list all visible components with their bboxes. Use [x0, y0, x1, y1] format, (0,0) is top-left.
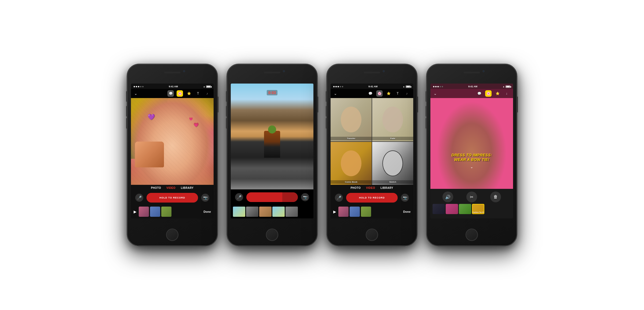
phone-2-home-button[interactable] — [266, 229, 278, 241]
library-mode-tab[interactable]: LIBRARY — [181, 186, 194, 189]
speech-bubble-icon-4[interactable]: 💬 — [476, 90, 482, 97]
phone-1-mode-tabs: PHOTO VIDEO LIBRARY — [131, 185, 214, 190]
play-button[interactable]: ▶ — [134, 210, 137, 214]
filmstrip-3-thumb-1[interactable] — [338, 207, 349, 217]
download-icon[interactable]: ↓ — [503, 90, 510, 97]
effect-comic-label: Comic Book — [331, 180, 372, 184]
status-right: ▲ — [203, 85, 211, 88]
text-overlay-area: DRESS TO IMPRESS: WEAR A BOW TIE! — [430, 151, 513, 164]
toolbar-icons: 💬 🌸 ⭐ T ♪ — [167, 90, 210, 97]
sticker-icon-4[interactable]: 🌸 — [485, 90, 492, 97]
microphone-button-3[interactable]: 🎤 — [335, 194, 343, 202]
phone-2-video-preview: 0:03 — [231, 84, 313, 189]
chevron-down-icon-4[interactable]: ⌄ — [434, 91, 437, 96]
filmstrip-4-thumb-3[interactable] — [459, 204, 471, 214]
effect-comic[interactable]: Comic Book — [331, 142, 372, 185]
phone-1-camera — [183, 70, 185, 72]
phone-4-content: 9:41 AM ▲ ⌄ 💬 🌸 ⭐ ↓ — [430, 84, 513, 218]
scissors-button[interactable]: ✂ — [466, 192, 477, 202]
video-mode-tab-3[interactable]: VIDEO — [366, 186, 375, 189]
filmstrip-thumb-1[interactable] — [139, 207, 149, 217]
filmstrip-2-thumb-3[interactable] — [259, 207, 272, 217]
filmstrip-thumb-3[interactable] — [161, 207, 171, 217]
trash-button[interactable]: 🗑 — [490, 192, 501, 202]
done-button-3[interactable]: Done — [403, 210, 411, 213]
phone-4-bottom-controls: 🔊 ✂ 🗑 Fashion Tip #2 — [430, 189, 513, 218]
effect-transfer[interactable]: Transfer — [331, 98, 372, 141]
phone-2: 0:03 🎤 📷 — [226, 64, 318, 246]
star-icon-3[interactable]: ⭐ — [385, 90, 392, 97]
effects-grid: Transfer Fade Comic Book Sketch — [331, 98, 413, 185]
speech-bubble-icon[interactable]: 💬 — [167, 90, 174, 97]
phone-2-filmstrip — [231, 205, 313, 218]
phone-1-toolbar: ⌄ 💬 🌸 ⭐ T ♪ — [131, 89, 214, 98]
heart-small-emoji: 💗 — [189, 117, 193, 121]
phone-3-shell: 9:41 AM ▲ ⌄ 💬 🌸 ⭐ T — [326, 64, 418, 246]
phone-1-shell: 9:41 AM ▲ ⌄ 💬 🌸 ⭐ T — [127, 64, 218, 246]
filmstrip-3-thumb-2[interactable] — [350, 207, 360, 217]
phones-container: 9:41 AM ▲ ⌄ 💬 🌸 ⭐ T — [116, 53, 528, 257]
phone-2-camera — [283, 70, 285, 72]
done-button[interactable]: Done — [204, 210, 211, 213]
battery-icon-3 — [406, 85, 411, 88]
text-icon-3[interactable]: T — [394, 90, 401, 97]
effect-fade[interactable]: Fade — [372, 98, 413, 141]
microphone-button[interactable]: 🎤 — [135, 194, 143, 202]
speech-bubble-icon-3[interactable]: 💬 — [367, 90, 374, 97]
filmstrip-2-thumb-4[interactable] — [272, 207, 285, 217]
phone-1-screen: 9:41 AM ▲ ⌄ 💬 🌸 ⭐ T — [131, 84, 214, 218]
music-icon-3[interactable]: ♪ — [404, 90, 410, 97]
signal-dot-4-1 — [433, 86, 434, 87]
chevron-down-icon-3[interactable]: ⌄ — [334, 91, 337, 96]
expand-chevron-icon[interactable]: ⌄ — [470, 165, 473, 169]
phone-3-screen: 9:41 AM ▲ ⌄ 💬 🌸 ⭐ T — [331, 84, 413, 218]
filmstrip-3-thumb-3[interactable] — [361, 207, 371, 217]
phone-1-camera-preview: 💜 💗 💗 — [131, 98, 214, 185]
filmstrip-2-thumb-5[interactable] — [286, 207, 298, 217]
volume-button[interactable]: 🔊 — [442, 192, 453, 202]
filmstrip-4-thumb-1[interactable] — [433, 204, 445, 214]
phone-2-shell: 0:03 🎤 📷 — [226, 64, 318, 246]
phone-4-filmstrip: Fashion Tip #2 — [430, 204, 513, 216]
chevron-down-icon[interactable]: ⌄ — [134, 91, 137, 96]
phone-1-time: 9:41 AM — [144, 85, 203, 88]
signal-dot-3 — [138, 86, 139, 87]
signal-dot-3-4 — [340, 86, 341, 87]
hold-to-record-button-3[interactable]: HOLD TO RECORD — [346, 193, 398, 203]
phone-3-home-button[interactable] — [366, 229, 378, 241]
star-icon[interactable]: ⭐ — [186, 90, 192, 97]
signal-dot-4-3 — [437, 86, 439, 87]
filmstrip-thumb-2[interactable] — [150, 207, 160, 217]
photo-mode-tab[interactable]: PHOTO — [151, 186, 161, 189]
text-icon[interactable]: T — [195, 90, 201, 97]
effect-sketch[interactable]: Sketch — [372, 142, 413, 185]
photo-mode-tab-3[interactable]: PHOTO — [350, 186, 361, 189]
camera-switch-button-2[interactable]: 📷 — [301, 193, 309, 201]
phone-1: 9:41 AM ▲ ⌄ 💬 🌸 ⭐ T — [127, 64, 218, 246]
toolbar-icons-4: 💬 🌸 ⭐ ↓ — [476, 90, 510, 97]
star-icon-4[interactable]: ⭐ — [494, 90, 501, 97]
play-button-3[interactable]: ▶ — [333, 210, 336, 214]
microphone-button-2[interactable]: 🎤 — [235, 193, 243, 201]
filmstrip-2-thumb-2[interactable] — [246, 207, 258, 217]
music-icon[interactable]: ♪ — [204, 90, 210, 97]
video-mode-tab[interactable]: VIDEO — [166, 186, 175, 189]
signal-dot-4-2 — [435, 86, 437, 87]
camera-switch-button-3[interactable]: 📷 — [401, 194, 409, 202]
recording-progress-bar[interactable] — [246, 192, 298, 202]
filmstrip-4-thumb-2[interactable] — [446, 204, 458, 214]
sticker-icon[interactable]: 🌸 — [177, 90, 183, 97]
phone-3-record-area: 🎤 HOLD TO RECORD 📷 — [331, 190, 413, 205]
filmstrip-4-thumb-4-active[interactable]: Fashion Tip #2 — [472, 204, 484, 214]
phone-1-home-button[interactable] — [166, 229, 178, 241]
phone-4-status-bar: 9:41 AM ▲ — [430, 84, 513, 89]
sticker-icon-3[interactable]: 🌸 — [376, 90, 383, 97]
hold-to-record-button[interactable]: HOLD TO RECORD — [147, 193, 198, 203]
camera-switch-button[interactable]: 📷 — [201, 194, 209, 202]
phone-4-toolbar: ⌄ 💬 🌸 ⭐ ↓ — [430, 89, 513, 98]
status-left-4 — [433, 86, 443, 87]
phone-4-home-button[interactable] — [466, 229, 478, 241]
filmstrip-2-thumb-1[interactable] — [233, 207, 245, 217]
person-overlay — [430, 98, 513, 189]
library-mode-tab-3[interactable]: LIBRARY — [380, 186, 393, 189]
